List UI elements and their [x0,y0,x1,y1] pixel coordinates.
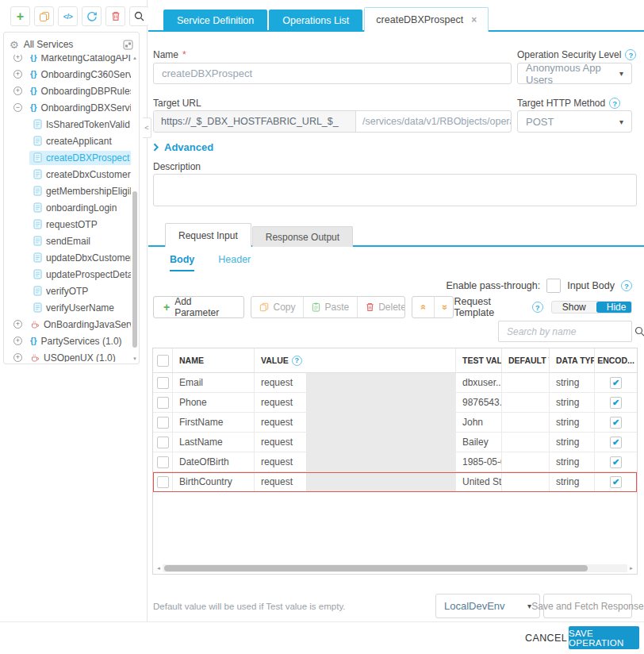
data-type-cell[interactable]: string [550,433,595,452]
table-row[interactable]: Email request dbxuser... string ✔ [153,373,637,393]
param-name-cell[interactable]: DateOfBirth [173,452,255,471]
encode-checkbox[interactable]: ✔ [610,476,622,488]
tree-item[interactable]: + {} OnboardingC360Servi... [4,66,131,83]
search-icon[interactable] [634,326,644,337]
body-header-tab[interactable]: Body [170,254,194,271]
help-icon[interactable]: ? [532,302,543,313]
default-value-cell[interactable] [502,433,550,452]
tree-node[interactable]: updateProspectDetails [29,267,131,282]
tree-scrollbar[interactable]: ▲ ▼ [132,55,138,362]
test-value-cell[interactable]: 9876543... [456,393,502,412]
param-name-cell[interactable]: Email [173,373,255,392]
expand-toggle-icon[interactable]: + [13,55,22,62]
delete-button[interactable]: Delete [357,297,405,317]
encode-checkbox[interactable]: ✔ [610,417,622,429]
tree-node[interactable]: {} PartyServices (1.0) [26,334,126,348]
cancel-button[interactable]: CANCEL [525,633,567,644]
value-scope-select[interactable]: request [255,393,307,412]
add-service-button[interactable]: + [10,6,30,26]
test-value-cell[interactable]: United St... [456,472,502,491]
expand-toggle-icon[interactable]: − [13,103,22,112]
default-value-cell[interactable] [502,413,550,432]
tree-node[interactable]: verifyOTP [29,284,92,298]
data-type-cell[interactable]: string [550,373,595,392]
delete-service-button[interactable] [105,6,125,26]
main-tab[interactable]: Operations List [269,10,362,32]
security-level-select[interactable]: Anonymous App Users ▾ [517,63,632,84]
description-input[interactable] [153,174,637,206]
tree-node[interactable]: verifyUserName [29,301,118,315]
code-view-button[interactable]: </> [58,6,78,26]
row-checkbox[interactable] [157,417,169,429]
move-down-button[interactable]: » [434,297,454,317]
select-all-checkbox[interactable] [157,355,169,367]
table-horizontal-scrollbar[interactable]: ◄ ► [155,564,635,572]
close-icon[interactable]: × [471,15,477,25]
tree-node[interactable]: requestOTP [29,217,102,232]
help-icon[interactable]: ? [609,98,620,109]
environment-select[interactable]: LocalDevEnv ▾ [435,594,540,618]
tree-item[interactable]: + {} MarketingCatalogAPIs... [4,55,131,66]
test-value-cell[interactable]: 1985-05-05 [456,452,502,471]
expand-toggle-icon[interactable]: + [13,70,22,79]
tree-node[interactable]: {} OnboardingDBPRules... [26,84,131,98]
param-name-cell[interactable]: LastName [173,433,255,452]
tree-item[interactable]: createDbxCustomer [4,166,131,183]
sidebar-collapse-handle[interactable]: < [143,117,151,138]
table-row[interactable]: FirstName request John string ✔ [153,413,637,433]
tree-item[interactable]: + {} PartyServices (1.0) [4,333,131,349]
value-scope-select[interactable]: request [255,433,307,452]
data-type-cell[interactable]: string [550,472,595,491]
tree-item[interactable]: IsSharedTokenValid [4,116,131,133]
encode-checkbox[interactable]: ✔ [610,456,622,468]
test-value-cell[interactable]: dbxuser... [456,373,502,392]
tree-node[interactable]: updateDbxCustomerN... [29,251,131,265]
save-and-fetch-button[interactable]: Save and Fetch Response [543,594,632,618]
advanced-toggle[interactable]: Advanced [153,141,213,153]
default-value-cell[interactable] [502,472,550,491]
scrollbar-track[interactable] [163,564,627,572]
tree-item[interactable]: + USOpenUX (1.0) [4,349,131,362]
add-parameter-button[interactable]: + Add Parameter [153,296,244,318]
row-checkbox[interactable] [157,476,169,488]
row-checkbox[interactable] [157,437,169,448]
help-icon[interactable]: ? [621,280,632,291]
tree-item[interactable]: onboardingLogin [4,199,131,216]
value-scope-select[interactable]: request [255,413,307,432]
tree-node[interactable]: {} OnboardingC360Servi... [26,67,131,82]
pass-through-checkbox[interactable] [546,279,561,293]
scroll-left-icon[interactable]: ◄ [155,564,163,572]
tree-item[interactable]: requestOTP [4,216,131,233]
param-name-cell[interactable]: Phone [173,393,255,412]
copy-button[interactable]: Copy [251,297,303,317]
main-tab[interactable]: Service Definition [163,10,267,32]
help-icon[interactable]: ? [292,356,302,366]
help-icon[interactable]: ? [625,49,636,60]
main-tab[interactable]: createDBXProspect × [364,7,489,32]
expand-toggle-icon[interactable]: + [13,337,22,345]
tree-item[interactable]: getMembershipEligibil... [4,183,131,199]
default-value-cell[interactable] [502,393,550,412]
move-up-button[interactable]: » [412,297,434,317]
tree-node[interactable]: {} MarketingCatalogAPIs... [26,55,131,65]
io-tab[interactable]: Response Output [252,226,353,247]
param-name-cell[interactable]: BirthCountry [173,472,255,491]
tree-node[interactable]: {} OnboardingDBXServic... [26,101,131,115]
expand-toggle-icon[interactable]: + [13,87,22,95]
io-tab[interactable]: Request Input [165,223,251,247]
tree-item[interactable]: verifyOTP [4,283,131,299]
http-method-select[interactable]: POST ▾ [517,110,632,133]
scroll-down-icon[interactable]: ▼ [132,356,138,362]
tree-item[interactable]: − {} OnboardingDBXServic... [4,99,131,116]
name-input[interactable] [153,63,512,84]
sync-service-button[interactable] [82,6,102,26]
tree-item[interactable]: updateDbxCustomerN... [4,249,131,266]
gear-icon[interactable]: ⚙ [10,39,19,51]
tree-node[interactable]: createApplicant [29,134,116,148]
encode-checkbox[interactable]: ✔ [610,377,622,389]
tree-item[interactable]: verifyUserName [4,299,131,316]
data-type-cell[interactable]: string [550,452,595,471]
encode-checkbox[interactable]: ✔ [610,397,622,409]
table-row[interactable]: Phone request 9876543... string ✔ [153,393,637,413]
row-checkbox[interactable] [157,377,169,389]
